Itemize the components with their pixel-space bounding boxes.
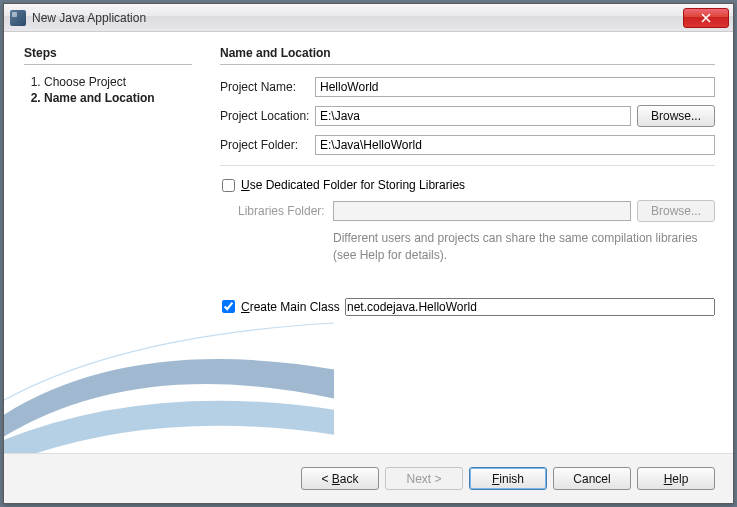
browse-location-button[interactable]: Browse... bbox=[637, 105, 715, 127]
libraries-help-text: Different users and projects can share t… bbox=[333, 230, 713, 264]
project-name-label: Project Name: bbox=[220, 80, 315, 94]
project-location-label: Project Location: bbox=[220, 109, 315, 123]
next-button: Next > bbox=[385, 467, 463, 490]
dialog-content: Steps Choose Project Name and Location N… bbox=[4, 32, 733, 453]
libraries-folder-input bbox=[333, 201, 631, 221]
main-panel: Name and Location Project Name: Project … bbox=[204, 32, 733, 453]
steps-heading: Steps bbox=[24, 46, 192, 60]
step-choose-project: Choose Project bbox=[44, 75, 192, 89]
cancel-button[interactable]: Cancel bbox=[553, 467, 631, 490]
dialog-window: New Java Application Steps Choose Projec… bbox=[3, 3, 734, 504]
main-heading: Name and Location bbox=[220, 46, 715, 60]
help-button[interactable]: Help bbox=[637, 467, 715, 490]
project-location-row: Project Location: Browse... bbox=[220, 105, 715, 127]
create-main-checkbox[interactable] bbox=[222, 300, 235, 313]
divider bbox=[24, 64, 192, 65]
create-main-row: Create Main Class bbox=[220, 298, 715, 316]
steps-sidebar: Steps Choose Project Name and Location bbox=[4, 32, 204, 453]
step-name-location: Name and Location bbox=[44, 91, 192, 105]
create-main-label[interactable]: Create Main Class bbox=[241, 300, 345, 314]
dedicated-folder-checkbox[interactable] bbox=[222, 179, 235, 192]
button-bar: < Back Next > Finish Cancel Help bbox=[4, 453, 733, 503]
project-name-input[interactable] bbox=[315, 77, 715, 97]
back-button[interactable]: < Back bbox=[301, 467, 379, 490]
divider bbox=[220, 64, 715, 65]
browse-libraries-button: Browse... bbox=[637, 200, 715, 222]
create-main-input[interactable] bbox=[345, 298, 715, 316]
separator bbox=[220, 165, 715, 166]
project-folder-label: Project Folder: bbox=[220, 138, 315, 152]
app-icon bbox=[10, 10, 26, 26]
libraries-folder-row: Libraries Folder: Browse... bbox=[238, 200, 715, 222]
close-icon bbox=[701, 13, 711, 23]
project-name-row: Project Name: bbox=[220, 77, 715, 97]
libraries-folder-label: Libraries Folder: bbox=[238, 204, 333, 218]
title-bar[interactable]: New Java Application bbox=[4, 4, 733, 32]
dedicated-folder-label[interactable]: Use Dedicated Folder for Storing Librari… bbox=[241, 178, 465, 192]
window-title: New Java Application bbox=[32, 11, 146, 25]
close-button[interactable] bbox=[683, 8, 729, 28]
project-folder-row: Project Folder: bbox=[220, 135, 715, 155]
project-folder-input[interactable] bbox=[315, 135, 715, 155]
project-location-input[interactable] bbox=[315, 106, 631, 126]
steps-list: Choose Project Name and Location bbox=[24, 75, 192, 105]
finish-button[interactable]: Finish bbox=[469, 467, 547, 490]
dedicated-folder-row: Use Dedicated Folder for Storing Librari… bbox=[220, 178, 715, 192]
